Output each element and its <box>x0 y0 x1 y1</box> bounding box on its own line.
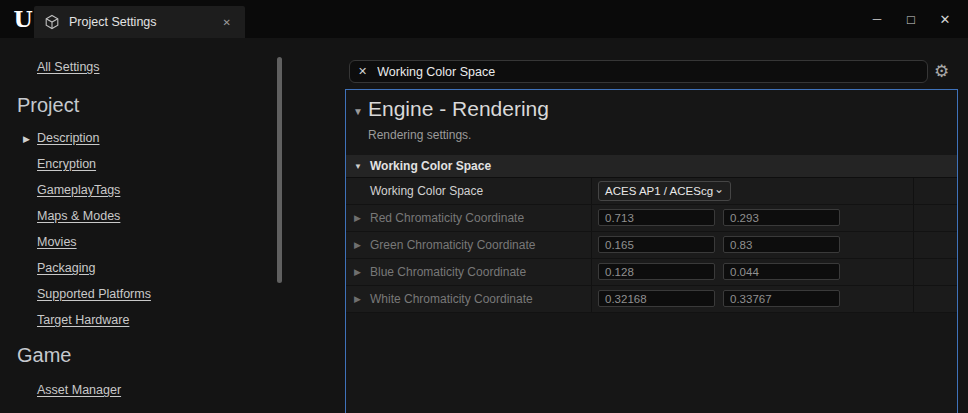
setting-row-working-color-space: Working Color Space ACES AP1 / ACEScg ⌄ <box>346 178 957 205</box>
column-divider <box>913 232 914 258</box>
setting-label: White Chromaticity Coordinate <box>370 286 533 312</box>
setting-row-white-chromaticity: ▶ White Chromaticity Coordinate <box>346 286 957 313</box>
column-divider <box>591 259 592 285</box>
section-label: Working Color Space <box>370 155 491 178</box>
window-controls: ─ □ ✕ <box>860 0 968 38</box>
expand-right-icon[interactable]: ▶ <box>354 259 361 285</box>
title-bar: U Project Settings ✕ ─ □ ✕ <box>0 0 968 38</box>
white-x-input[interactable] <box>598 290 715 307</box>
blue-y-input[interactable] <box>723 263 840 280</box>
column-divider <box>913 259 914 285</box>
green-x-input[interactable] <box>598 236 715 253</box>
column-divider <box>591 232 592 258</box>
red-x-input[interactable] <box>598 209 715 226</box>
red-y-input[interactable] <box>723 209 840 226</box>
minimize-button[interactable]: ─ <box>860 12 894 26</box>
tab-project-settings[interactable]: Project Settings ✕ <box>34 6 245 38</box>
column-divider <box>913 205 914 231</box>
clear-search-icon[interactable]: ✕ <box>358 66 367 77</box>
engine-rendering-panel: ▼ Engine - Rendering Rendering settings.… <box>345 89 958 413</box>
sidebar-item-supported-platforms[interactable]: Supported Platforms <box>37 287 151 301</box>
column-divider <box>591 178 592 204</box>
collapse-subsection-icon[interactable]: ▼ <box>354 162 362 171</box>
tab-close-icon[interactable]: ✕ <box>219 15 235 30</box>
column-divider <box>913 286 914 312</box>
collapse-section-icon[interactable]: ▼ <box>353 106 363 117</box>
setting-label: Working Color Space <box>370 178 483 204</box>
expand-right-icon[interactable]: ▶ <box>23 134 30 144</box>
green-y-input[interactable] <box>723 236 840 253</box>
project-settings-cube-icon <box>44 14 60 30</box>
working-color-space-section-header[interactable]: ▼ Working Color Space <box>346 155 957 178</box>
dropdown-selected-value: ACES AP1 / ACEScg <box>605 185 713 197</box>
column-divider <box>591 205 592 231</box>
panel-subtitle: Rendering settings. <box>368 128 471 142</box>
column-divider <box>591 286 592 312</box>
expand-right-icon[interactable]: ▶ <box>354 205 361 231</box>
setting-label: Blue Chromaticity Coordinate <box>370 259 526 285</box>
sidebar-item-description[interactable]: Description <box>37 131 100 145</box>
setting-label: Red Chromaticity Coordinate <box>370 205 524 231</box>
sidebar-item-gameplaytags[interactable]: GameplayTags <box>37 183 120 197</box>
settings-search-bar[interactable]: ✕ <box>349 60 928 83</box>
chevron-down-icon: ⌄ <box>714 185 724 193</box>
search-input[interactable] <box>377 65 919 79</box>
sidebar-heading-project: Project <box>17 94 79 117</box>
setting-row-red-chromaticity: ▶ Red Chromaticity Coordinate <box>346 205 957 232</box>
settings-rows: Working Color Space ACES AP1 / ACEScg ⌄ … <box>346 178 957 313</box>
blue-x-input[interactable] <box>598 263 715 280</box>
sidebar-item-encryption[interactable]: Encryption <box>37 157 96 171</box>
panel-title: Engine - Rendering <box>368 97 549 121</box>
column-divider <box>913 178 914 204</box>
settings-gear-icon[interactable]: ⚙ <box>934 61 949 82</box>
sidebar-item-all-settings[interactable]: All Settings <box>37 60 100 74</box>
setting-row-blue-chromaticity: ▶ Blue Chromaticity Coordinate <box>346 259 957 286</box>
tab-title: Project Settings <box>69 15 157 29</box>
white-y-input[interactable] <box>723 290 840 307</box>
expand-right-icon[interactable]: ▶ <box>354 232 361 258</box>
color-space-dropdown[interactable]: ACES AP1 / ACEScg ⌄ <box>598 181 731 201</box>
sidebar-heading-game: Game <box>17 344 71 367</box>
sidebar-item-movies[interactable]: Movies <box>37 235 77 249</box>
maximize-button[interactable]: □ <box>894 12 928 27</box>
sidebar-item-packaging[interactable]: Packaging <box>37 261 95 275</box>
expand-right-icon[interactable]: ▶ <box>354 286 361 312</box>
unreal-engine-logo-icon: U <box>10 5 36 33</box>
project-settings-window: U Project Settings ✕ ─ □ ✕ All Settings … <box>0 0 968 413</box>
sidebar-scrollbar[interactable] <box>277 57 282 283</box>
sidebar-item-maps-modes[interactable]: Maps & Modes <box>37 209 120 223</box>
setting-row-green-chromaticity: ▶ Green Chromaticity Coordinate <box>346 232 957 259</box>
sidebar-item-target-hardware[interactable]: Target Hardware <box>37 313 129 327</box>
close-button[interactable]: ✕ <box>928 12 962 27</box>
setting-label: Green Chromaticity Coordinate <box>370 232 535 258</box>
sidebar-item-asset-manager[interactable]: Asset Manager <box>37 383 121 397</box>
